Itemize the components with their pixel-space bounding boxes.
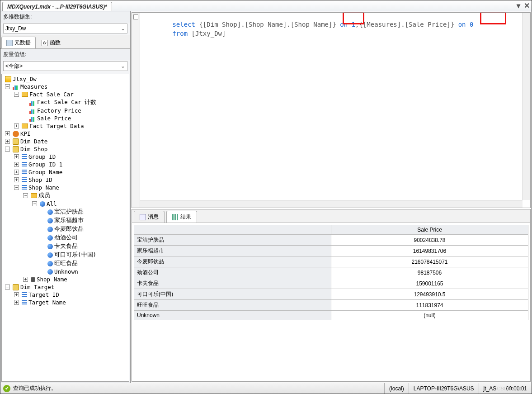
hierarchy-icon [22, 162, 27, 167]
hierarchy-icon [22, 292, 27, 298]
hierarchy-icon [22, 185, 27, 190]
measure-group-combo[interactable]: <全部>⌄ [3, 61, 127, 71]
hierarchy-icon [22, 154, 27, 160]
expand-icon[interactable]: + [14, 170, 19, 175]
table-row[interactable]: 宝洁护肤品90024838.78 [134, 235, 528, 246]
measure-group-label: 度量值组: [0, 49, 130, 60]
expand-icon[interactable]: + [14, 162, 19, 167]
fold-icon[interactable]: − [133, 14, 138, 19]
status-message: 查询已成功执行。 [13, 385, 56, 392]
collapse-icon[interactable]: − [5, 147, 10, 152]
expand-icon[interactable]: + [14, 154, 19, 159]
dimension-icon [13, 138, 19, 145]
member-icon [47, 269, 53, 275]
minimize-icon[interactable]: ▾ [517, 1, 520, 10]
expand-icon[interactable]: + [14, 177, 19, 182]
cube-icon [5, 76, 11, 82]
table-row[interactable]: 卡夫食品159001165 [134, 278, 528, 289]
measures-icon [13, 85, 19, 89]
chevron-down-icon: ⌄ [121, 63, 125, 69]
collapse-icon[interactable]: − [14, 92, 19, 97]
highlight-box [480, 12, 506, 24]
expand-icon[interactable]: + [14, 292, 19, 297]
table-row[interactable]: Unknown(null) [134, 311, 528, 320]
expand-icon[interactable]: + [14, 300, 19, 305]
collapse-icon[interactable]: − [5, 84, 10, 89]
member-icon [47, 209, 53, 215]
folder-icon [31, 193, 37, 198]
dataset-label: 多维数据集: [0, 11, 130, 23]
member-icon [47, 235, 53, 241]
tab-metadata[interactable]: 元数据 [1, 37, 36, 48]
status-host: LAPTOP-III29T6G\ASUS [409, 383, 479, 394]
hierarchy-icon [22, 177, 27, 183]
highlight-box [343, 12, 364, 24]
function-icon: fx [42, 40, 48, 46]
status-user: jt_AS [479, 383, 501, 394]
member-icon [47, 227, 53, 232]
expand-icon[interactable]: + [14, 123, 19, 128]
results-icon [172, 214, 179, 220]
success-icon: ✔ [3, 385, 10, 392]
expand-icon[interactable]: + [5, 131, 10, 136]
chevron-down-icon: ⌄ [121, 25, 125, 32]
collapse-icon[interactable]: − [32, 201, 37, 206]
hierarchy-icon [22, 170, 27, 175]
member-icon [47, 244, 53, 249]
table-row[interactable]: 家乐福超市16149831706 [134, 246, 528, 256]
tab-functions[interactable]: fx函数 [37, 37, 66, 48]
left-panel: 多维数据集: Jtxy_Dw⌄ 元数据 fx函数 度量值组: <全部>⌄ Jtx… [0, 11, 131, 383]
status-server: (local) [384, 383, 409, 394]
results-grid[interactable]: Sale Price 宝洁护肤品90024838.78家乐福超市16149831… [134, 225, 528, 320]
left-tabs: 元数据 fx函数 [0, 35, 130, 49]
collapse-icon[interactable]: − [23, 193, 28, 198]
expand-icon[interactable]: + [23, 277, 28, 282]
table-row[interactable]: 劲酒公司98187506 [134, 267, 528, 278]
results-panel: 消息 结果 Sale Price 宝洁护肤品90024838.78家乐福超市16… [132, 209, 531, 382]
table-row[interactable]: 今麦郎饮品216078415071 [134, 256, 528, 267]
member-icon [47, 252, 53, 258]
measure-icon [29, 116, 36, 121]
measure-icon [29, 109, 36, 113]
vertical-scrollbar[interactable] [523, 13, 530, 200]
folder-icon [22, 123, 28, 128]
kpi-icon [13, 131, 19, 137]
metadata-icon [6, 40, 13, 46]
collapse-icon[interactable]: − [14, 185, 19, 190]
dataset-combo[interactable]: Jtxy_Dw⌄ [3, 24, 127, 33]
member-icon [47, 218, 53, 223]
folder-icon [22, 92, 28, 97]
close-icon[interactable]: ✕ [524, 1, 530, 10]
editor-gutter [132, 13, 140, 208]
status-time: 00:00:01 [501, 383, 532, 394]
collapse-icon[interactable]: − [5, 285, 10, 290]
document-tab[interactable]: MDXQuery1.mdx - ...P-III29T6G\ASUS)* [2, 2, 112, 11]
metadata-tree[interactable]: Jtxy_Dw −Measures −Fact Sale Car Fact Sa… [1, 74, 129, 382]
hierarchy-icon [22, 300, 27, 305]
table-row[interactable]: 可口可乐(中国)129493910.5 [134, 289, 528, 300]
measure-icon [29, 100, 36, 105]
dimension-icon [13, 146, 19, 152]
horizontal-scrollbar[interactable] [140, 200, 523, 208]
tab-results[interactable]: 结果 [166, 211, 197, 223]
tab-messages[interactable]: 消息 [134, 211, 165, 223]
level-icon [31, 277, 35, 282]
title-bar: MDXQuery1.mdx - ...P-III29T6G\ASUS)* ▾ ✕ [0, 0, 532, 11]
table-row[interactable]: 旺旺食品111831974 [134, 300, 528, 311]
query-editor[interactable]: − select {[Dim Shop].[Shop Name].[Shop N… [132, 12, 531, 208]
member-icon [47, 261, 53, 266]
dimension-icon [13, 284, 19, 290]
messages-icon [140, 214, 146, 220]
status-bar: ✔ 查询已成功执行。 (local) LAPTOP-III29T6G\ASUS … [0, 383, 532, 394]
member-icon [40, 201, 45, 207]
expand-icon[interactable]: + [5, 139, 10, 144]
